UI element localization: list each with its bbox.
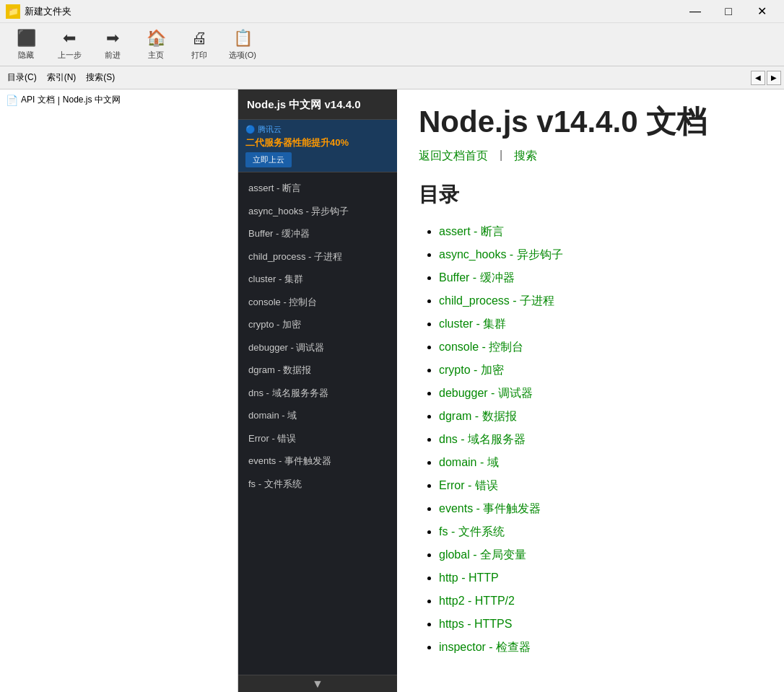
left-panel: 📄 API 文档 | Node.js 中文网 (0, 89, 238, 692)
ad-button[interactable]: 立即上云 (245, 152, 292, 167)
list-item-link[interactable]: Buffer - 缓冲器 (439, 271, 515, 284)
list-item: domain - 域 (439, 451, 762, 474)
ad-text: 二代服务器性能提升40% (245, 136, 349, 149)
list-item-link[interactable]: Error - 错误 (439, 479, 498, 491)
list-item: crypto - 加密 (439, 359, 762, 382)
toc-item[interactable]: cluster - 集群 (238, 268, 397, 291)
toc-ad: 🔵 腾讯云 二代服务器性能提升40% 立即上云 (238, 120, 397, 172)
toc-title: Node.js 中文网 v14.4.0 (247, 98, 361, 110)
list-item-link[interactable]: inspector - 检查器 (439, 641, 531, 653)
toc-item[interactable]: console - 控制台 (238, 291, 397, 314)
toc-header: Node.js 中文网 v14.4.0 (238, 89, 397, 120)
list-item-link[interactable]: assert - 断言 (439, 225, 504, 237)
toc-item[interactable]: domain - 域 (238, 404, 397, 427)
list-item: fs - 文件系统 (439, 520, 762, 543)
toc-item[interactable]: crypto - 加密 (238, 313, 397, 336)
toc-item[interactable]: async_hooks - 异步钩子 (238, 200, 397, 223)
main-body: 📄 API 文档 | Node.js 中文网 Node.js 中文网 v14.4… (0, 89, 784, 692)
nav-bar: 目录(C) 索引(N) 搜索(S) ◀ ▶ (0, 66, 784, 89)
list-item: Buffer - 缓冲器 (439, 266, 762, 289)
list-item-link[interactable]: child_process - 子进程 (439, 294, 554, 307)
minimize-button[interactable]: — (679, 0, 712, 23)
forward-button[interactable]: ➡ 前进 (92, 26, 133, 63)
forward-icon: ➡ (106, 29, 119, 48)
list-item-link[interactable]: domain - 域 (439, 456, 499, 468)
toc-item[interactable]: dgram - 数据报 (238, 359, 397, 382)
list-item: assert - 断言 (439, 220, 762, 243)
list-item-link[interactable]: crypto - 加密 (439, 364, 504, 376)
list-item-link[interactable]: console - 控制台 (439, 341, 523, 353)
print-icon: 🖨 (191, 29, 207, 48)
window-controls: — □ ✕ (679, 0, 778, 23)
tab-index[interactable]: 索引(N) (43, 70, 81, 85)
options-icon: 📋 (233, 29, 253, 48)
maximize-button[interactable]: □ (712, 0, 745, 23)
list-item: dns - 域名服务器 (439, 428, 762, 451)
toc-scroll-down[interactable]: ▼ (238, 675, 397, 692)
print-button[interactable]: 🖨 打印 (179, 26, 219, 63)
options-button[interactable]: 📋 选项(O) (222, 26, 263, 63)
list-item: child_process - 子进程 (439, 289, 762, 312)
list-item: http2 - HTTP/2 (439, 590, 762, 613)
list-item-link[interactable]: http - HTTP (439, 571, 499, 584)
back-icon: ⬅ (63, 29, 76, 48)
breadcrumb-item1: API 文档 (21, 94, 55, 106)
folder-icon: 📄 (6, 95, 18, 106)
toc-scroll[interactable]: assert - 断言async_hooks - 异步钩子Buffer - 缓冲… (238, 172, 397, 675)
nav-home-link[interactable]: 返回文档首页 (419, 149, 488, 164)
nav-prev-arrow[interactable]: ◀ (751, 71, 765, 85)
list-item-link[interactable]: cluster - 集群 (439, 317, 506, 330)
list-item: inspector - 检查器 (439, 636, 762, 659)
content-list: assert - 断言async_hooks - 异步钩子Buffer - 缓冲… (419, 220, 762, 659)
home-label: 主页 (148, 50, 164, 61)
list-item-link[interactable]: global - 全局变量 (439, 548, 526, 561)
toc-item[interactable]: child_process - 子进程 (238, 245, 397, 268)
nav-search-link[interactable]: 搜索 (514, 149, 537, 164)
home-icon: 🏠 (147, 29, 166, 48)
list-item-link[interactable]: debugger - 调试器 (439, 387, 533, 399)
toc-item[interactable]: Buffer - 缓冲器 (238, 222, 397, 245)
list-item: console - 控制台 (439, 336, 762, 359)
toc-item[interactable]: assert - 断言 (238, 177, 397, 200)
list-item: http - HTTP (439, 566, 762, 590)
tree-item-breadcrumb[interactable]: 📄 API 文档 | Node.js 中文网 (3, 92, 235, 108)
forward-label: 前进 (105, 50, 121, 61)
toolbar: ⬛ 隐藏 ⬅ 上一步 ➡ 前进 🏠 主页 🖨 打印 📋 选项(O) (0, 23, 784, 66)
list-item-link[interactable]: http2 - HTTP/2 (439, 595, 515, 607)
nav-next-arrow[interactable]: ▶ (767, 71, 781, 85)
close-button[interactable]: ✕ (745, 0, 778, 23)
toc-item[interactable]: fs - 文件系统 (238, 473, 397, 496)
list-item: debugger - 调试器 (439, 382, 762, 405)
breadcrumb-item2: Node.js 中文网 (63, 94, 121, 106)
hide-button[interactable]: ⬛ 隐藏 (6, 26, 46, 63)
list-item: events - 事件触发器 (439, 497, 762, 520)
print-label: 打印 (191, 50, 207, 61)
hide-label: 隐藏 (18, 50, 34, 61)
content-title: Node.js v14.4.0 文档 (419, 104, 762, 140)
list-item-link[interactable]: async_hooks - 异步钩子 (439, 248, 563, 260)
list-item: global - 全局变量 (439, 543, 762, 566)
list-item-link[interactable]: https - HTTPS (439, 618, 512, 630)
list-item-link[interactable]: events - 事件触发器 (439, 502, 541, 514)
content-panel[interactable]: Node.js v14.4.0 文档 返回文档首页 | 搜索 目录 assert… (397, 89, 784, 692)
app-icon: 📁 (6, 4, 20, 19)
list-item: https - HTTPS (439, 613, 762, 636)
list-item-link[interactable]: dgram - 数据报 (439, 410, 517, 422)
title-bar: 📁 新建文件夹 — □ ✕ (0, 0, 784, 23)
list-item: Error - 错误 (439, 474, 762, 497)
tab-search[interactable]: 搜索(S) (82, 70, 119, 85)
toc-item[interactable]: dns - 域名服务务器 (238, 382, 397, 405)
tree-area: 📄 API 文档 | Node.js 中文网 (0, 89, 238, 692)
toc-item[interactable]: events - 事件触发器 (238, 450, 397, 473)
section-title: 目录 (419, 181, 762, 209)
list-item-link[interactable]: fs - 文件系统 (439, 525, 505, 538)
toc-item[interactable]: Error - 错误 (238, 427, 397, 450)
list-item-link[interactable]: dns - 域名服务器 (439, 433, 526, 445)
list-item: async_hooks - 异步钩子 (439, 243, 762, 266)
toc-item[interactable]: debugger - 调试器 (238, 336, 397, 359)
tab-toc[interactable]: 目录(C) (3, 70, 41, 85)
toc-panel: Node.js 中文网 v14.4.0 🔵 腾讯云 二代服务器性能提升40% 立… (238, 89, 397, 692)
home-button[interactable]: 🏠 主页 (136, 26, 176, 63)
options-label: 选项(O) (229, 50, 256, 61)
back-button[interactable]: ⬅ 上一步 (49, 26, 90, 63)
